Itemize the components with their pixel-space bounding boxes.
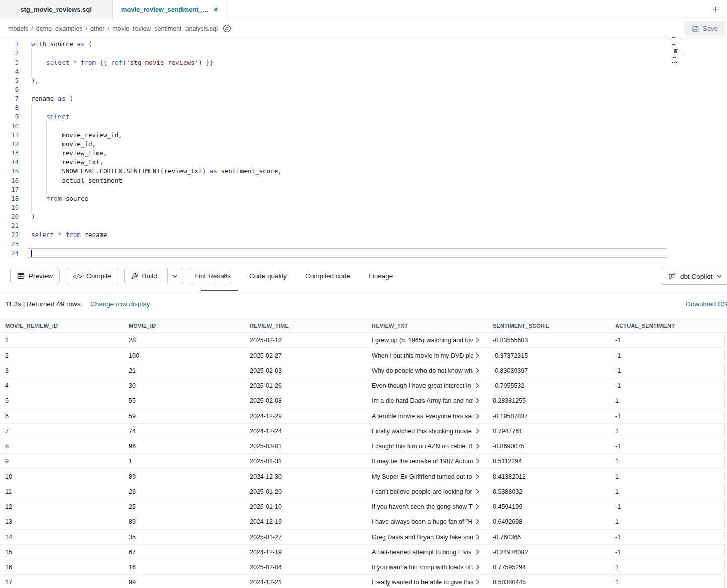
table-cell: 2024-12-29 (245, 408, 367, 423)
tab-code-quality[interactable]: Code quality (249, 261, 287, 291)
breadcrumb-bar: models/demo_examples/other/movie_review_… (0, 18, 727, 39)
save-button[interactable]: Save (684, 21, 725, 36)
code-text: with source as ( (31, 40, 92, 49)
code-line: 8 (0, 103, 668, 112)
review-text: I grew up (b. 1965) watching and lovin… (372, 337, 473, 344)
change-row-display-link[interactable]: Change row display (90, 300, 150, 308)
expand-cell-icon[interactable] (476, 337, 479, 343)
column-header: MOVIE_REVIEW_ID (0, 323, 124, 329)
review-text: I really wanted to be able to give this … (372, 579, 473, 586)
code-editor[interactable]: 1with source as (23 select * from {{ ref… (0, 39, 727, 261)
new-tab-button[interactable]: + (709, 3, 722, 16)
table-cell: 2025-02-08 (245, 393, 367, 408)
code-line: 23 (0, 240, 668, 249)
table-cell: 2 (0, 348, 124, 363)
breadcrumb-part: demo_examples (36, 25, 83, 32)
expand-cell-icon[interactable] (476, 352, 479, 358)
code-line: 7rename as ( (0, 94, 668, 103)
table-cell: 21 (124, 363, 245, 378)
preview-button[interactable]: Preview (10, 268, 60, 284)
dbt-copilot-button[interactable]: dbt Copilot (661, 268, 727, 285)
text-cursor (31, 250, 32, 257)
table-cell: 2024-12-24 (245, 424, 367, 438)
code-text: select (31, 112, 69, 122)
table-cell: 3 (0, 363, 124, 378)
code-line: 17 (0, 185, 668, 194)
expand-cell-icon[interactable] (476, 474, 479, 479)
column-header: ACTUAL_SENTIMENT (610, 323, 725, 329)
tab-lineage[interactable]: Lineage (369, 261, 393, 291)
expand-cell-icon[interactable] (476, 564, 479, 570)
table-cell: 35 (124, 530, 245, 544)
table-cell: 89 (124, 469, 245, 484)
table-cell: 8 (0, 439, 124, 453)
expand-cell-icon[interactable] (476, 519, 479, 524)
expand-cell-icon[interactable] (476, 443, 479, 449)
table-row: 5552025-02-08Im a die hard Dads Army fan… (0, 393, 727, 408)
table-cell: I really wanted to be able to give this … (367, 575, 488, 588)
expand-cell-icon[interactable] (476, 368, 479, 373)
expand-cell-icon[interactable] (476, 398, 479, 403)
lint-label: Lint (195, 272, 206, 280)
table-cell: -1 (610, 545, 725, 559)
action-toolbar: Preview </> Compile Build (0, 261, 727, 291)
expand-cell-icon[interactable] (476, 428, 479, 434)
code-line: 19 (0, 203, 668, 212)
table-icon (17, 272, 25, 280)
editor-minimap[interactable] (672, 37, 724, 65)
table-row: 14352025-01-27Greg Davis and Bryan Daly … (0, 530, 727, 545)
build-dropdown-button[interactable] (167, 268, 183, 284)
table-row: 6592024-12-29A terrible movie as everyon… (0, 408, 727, 424)
code-line: 20) (0, 212, 668, 221)
table-cell: -1 (610, 499, 725, 514)
expand-cell-icon[interactable] (476, 383, 479, 388)
code-text: movie_review_id, (31, 131, 123, 140)
file-tab[interactable]: stg_movie_reviews.sql (0, 0, 112, 19)
table-cell: 2025-01-20 (245, 484, 367, 499)
line-number: 5 (0, 76, 19, 85)
table-cell: -1 (610, 408, 725, 423)
expand-cell-icon[interactable] (476, 458, 479, 464)
code-line: 14 review_txt, (0, 158, 668, 167)
table-row: 11262025-01-20I can't believe people are… (0, 484, 727, 499)
compile-button[interactable]: </> Compile (66, 268, 118, 284)
expand-cell-icon[interactable] (476, 489, 479, 494)
close-tab-icon[interactable]: × (213, 6, 218, 14)
code-line: 15 SNOWFLAKE.CORTEX.SENTIMENT(review_txt… (0, 167, 668, 176)
table-cell: -0.8690075 (488, 439, 610, 453)
table-cell: 96 (124, 439, 245, 453)
minimap-line (672, 64, 724, 65)
tab-results[interactable]: Results (208, 261, 231, 291)
code-line: 2 (0, 49, 668, 58)
indent-guide (31, 203, 32, 212)
table-cell: 28 (124, 333, 245, 347)
table-cell: 1 (610, 575, 725, 588)
table-row: 10892024-12-30My Super Ex Girlfriend tur… (0, 469, 727, 484)
table-cell: 0.5388032 (488, 484, 610, 499)
code-text: review_txt, (31, 158, 103, 167)
review-text: Finally watched this shocking movie la… (372, 428, 473, 435)
table-cell: -0.83555603 (488, 333, 610, 347)
expand-cell-icon[interactable] (476, 534, 479, 540)
chevron-down-icon (172, 275, 177, 278)
table-cell: 0.7947761 (488, 424, 610, 438)
table-cell: 2025-02-03 (245, 363, 367, 378)
table-cell: 16 (0, 560, 124, 574)
expand-cell-icon[interactable] (476, 413, 479, 419)
line-number: 21 (0, 221, 19, 230)
code-text: review_time, (31, 149, 107, 158)
compass-icon[interactable] (223, 24, 231, 33)
build-button[interactable]: Build (125, 268, 163, 284)
expand-cell-icon[interactable] (476, 504, 479, 509)
expand-cell-icon[interactable] (476, 549, 479, 555)
line-number: 8 (0, 103, 19, 112)
expand-cell-icon[interactable] (476, 579, 479, 585)
table-cell: 0.5112294 (488, 454, 610, 468)
tab-compiled-code[interactable]: Compiled code (305, 261, 350, 291)
download-csv-link[interactable]: Download CSV (686, 300, 727, 308)
table-cell: When I put this movie in my DVD playe… (367, 348, 488, 363)
file-tab[interactable]: movie_review_sentiment_…× (112, 0, 226, 19)
table-cell: 10 (0, 469, 124, 484)
results-status-bar: 11.3s | Returned 49 rows. Change row dis… (0, 291, 727, 319)
table-cell: 67 (124, 545, 245, 559)
